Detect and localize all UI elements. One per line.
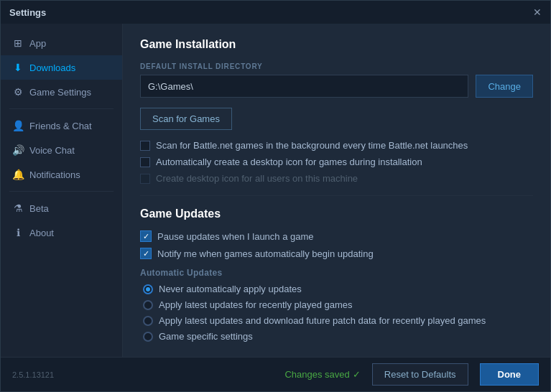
game-updates-section: Game Updates ✓ Pause updates when I laun… (140, 207, 533, 342)
window-title: Settings (9, 7, 46, 18)
change-button[interactable]: Change (476, 75, 533, 98)
sidebar: ⊞ App ⬇ Downloads ⚙ Game Settings 👤 Frie… (1, 24, 123, 357)
scan-bg-label: Scan for Battle.net games in the backgro… (156, 140, 468, 151)
game-installation-title: Game Installation (140, 38, 533, 51)
desktop-icon-checkbox-row: Automatically create a desktop icon for … (140, 157, 533, 167)
voice-icon: 🔊 (12, 144, 24, 156)
sidebar-item-beta[interactable]: ⚗ Beta (1, 196, 122, 220)
content-area: Game Installation DEFAULT INSTALL DIRECT… (123, 24, 550, 357)
sidebar-item-label: Game Settings (29, 87, 91, 98)
sidebar-item-label: About (29, 228, 54, 238)
close-button[interactable]: ✕ (533, 6, 542, 18)
sidebar-divider-2 (9, 191, 114, 192)
pause-updates-label: Pause updates when I launch a game (157, 231, 314, 242)
footer: 2.5.1.13121 Changes saved ✓ Reset to Def… (1, 357, 550, 391)
about-icon: ℹ (12, 227, 24, 238)
sidebar-item-label: Notifications (29, 169, 80, 180)
directory-row: Change (140, 75, 533, 98)
pause-updates-row: ✓ Pause updates when I launch a game (140, 230, 533, 242)
sidebar-item-friends-chat[interactable]: 👤 Friends & Chat (1, 113, 122, 138)
sidebar-item-game-settings[interactable]: ⚙ Game Settings (1, 80, 122, 104)
notify-updates-checkbox[interactable]: ✓ (140, 248, 152, 259)
sidebar-item-voice-chat[interactable]: 🔊 Voice Chat (1, 138, 122, 162)
radio-latest-future[interactable] (143, 316, 153, 326)
title-bar: Settings ✕ (1, 1, 550, 24)
sidebar-divider-1 (9, 108, 114, 109)
checkmark-icon: ✓ (353, 369, 361, 380)
directory-label: DEFAULT INSTALL DIRECTORY (140, 62, 533, 70)
radio-latest-future-row: Apply latest updates and download future… (140, 315, 533, 326)
sidebar-item-about[interactable]: ℹ About (1, 220, 122, 245)
radio-game-specific-row: Game specific settings (140, 331, 533, 342)
downloads-icon: ⬇ (12, 62, 24, 73)
version-label: 2.5.1.13121 (12, 370, 54, 379)
desktop-all-users-checkbox[interactable] (140, 174, 150, 184)
changes-saved-status: Changes saved ✓ (284, 369, 360, 380)
radio-recently-played[interactable] (143, 300, 153, 310)
changes-saved-text: Changes saved (284, 369, 349, 380)
beta-icon: ⚗ (12, 202, 24, 214)
reset-defaults-button[interactable]: Reset to Defaults (372, 363, 468, 386)
sidebar-item-notifications[interactable]: 🔔 Notifications (1, 162, 122, 187)
radio-game-specific-label: Game specific settings (159, 331, 253, 342)
auto-updates-label: Automatic Updates (140, 268, 533, 278)
app-icon: ⊞ (12, 37, 24, 49)
game-installation-section: Game Installation DEFAULT INSTALL DIRECT… (140, 38, 533, 184)
settings-window: Settings ✕ ⊞ App ⬇ Downloads ⚙ Game Sett… (0, 0, 551, 392)
done-button[interactable]: Done (480, 363, 540, 386)
scan-games-button[interactable]: Scan for Games (140, 108, 232, 130)
sidebar-item-app[interactable]: ⊞ App (1, 31, 122, 55)
radio-never-label: Never automatically apply updates (159, 284, 302, 294)
notify-updates-label: Notify me when games automatically begin… (157, 248, 374, 259)
sidebar-item-downloads[interactable]: ⬇ Downloads (1, 55, 122, 80)
game-updates-title: Game Updates (140, 207, 533, 220)
scan-bg-checkbox-row: Scan for Battle.net games in the backgro… (140, 140, 533, 151)
desktop-all-users-checkbox-row: Create desktop icon for all users on thi… (140, 173, 533, 184)
radio-game-specific[interactable] (143, 332, 153, 342)
sidebar-item-label: Voice Chat (29, 145, 75, 156)
directory-input[interactable] (140, 75, 468, 98)
sidebar-item-label: Downloads (29, 62, 75, 73)
radio-never-row: Never automatically apply updates (140, 284, 533, 294)
desktop-all-users-label: Create desktop icon for all users on thi… (156, 173, 358, 184)
notifications-icon: 🔔 (12, 169, 24, 180)
desktop-icon-label: Automatically create a desktop icon for … (156, 157, 422, 167)
radio-never[interactable] (143, 284, 153, 294)
pause-updates-checkbox[interactable]: ✓ (140, 230, 152, 242)
radio-recently-played-label: Apply latest updates for recently played… (159, 299, 353, 310)
radio-recently-played-row: Apply latest updates for recently played… (140, 299, 533, 310)
sidebar-item-label: Beta (29, 203, 49, 214)
sidebar-item-label: Friends & Chat (29, 121, 92, 131)
friends-icon: 👤 (12, 120, 24, 131)
notify-updates-row: ✓ Notify me when games automatically beg… (140, 248, 533, 259)
scan-bg-checkbox[interactable] (140, 141, 150, 151)
sidebar-item-label: App (29, 38, 46, 49)
main-layout: ⊞ App ⬇ Downloads ⚙ Game Settings 👤 Frie… (1, 24, 550, 357)
desktop-icon-checkbox[interactable] (140, 157, 150, 167)
footer-right: Changes saved ✓ Reset to Defaults Done (284, 363, 539, 386)
radio-latest-future-label: Apply latest updates and download future… (159, 315, 486, 326)
section-divider (140, 195, 533, 196)
game-settings-icon: ⚙ (12, 86, 24, 98)
